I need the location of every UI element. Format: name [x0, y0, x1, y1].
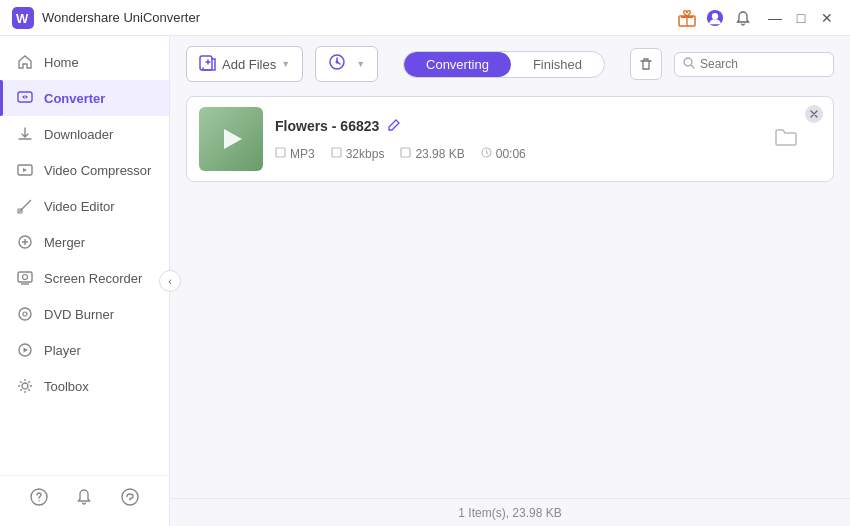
- toolbox-icon: [16, 377, 34, 395]
- sidebar-label-home: Home: [44, 55, 79, 70]
- svg-point-6: [712, 13, 718, 19]
- sidebar-label-screen-recorder: Screen Recorder: [44, 271, 142, 286]
- main-layout: Home Converter Downloader: [0, 36, 850, 526]
- format-icon: [275, 147, 286, 160]
- svg-rect-20: [200, 56, 212, 70]
- tab-finished[interactable]: Finished: [511, 52, 604, 77]
- app-title: Wondershare UniConverter: [42, 10, 678, 25]
- svg-point-12: [23, 275, 28, 280]
- video-compressor-icon: [16, 161, 34, 179]
- svg-point-18: [38, 500, 39, 501]
- downloader-icon: [16, 125, 34, 143]
- sidebar-item-video-compressor[interactable]: Video Compressor: [0, 152, 169, 188]
- file-format-item: MP3: [275, 147, 315, 161]
- search-bar: [674, 52, 834, 77]
- window-controls: — □ ✕: [764, 7, 838, 29]
- file-bitrate: 32kbps: [346, 147, 385, 161]
- file-duration: 00:06: [496, 147, 526, 161]
- file-meta: MP3 32kbps: [275, 147, 763, 161]
- add-files-button[interactable]: Add Files ▼: [186, 46, 303, 82]
- home-icon: [16, 53, 34, 71]
- sidebar-item-player[interactable]: Player: [0, 332, 169, 368]
- screen-recorder-icon: [16, 269, 34, 287]
- sidebar: Home Converter Downloader: [0, 36, 170, 526]
- convert-settings-dropdown-icon: ▼: [356, 59, 365, 69]
- file-folder-button[interactable]: [775, 127, 821, 152]
- size-icon: [400, 147, 411, 160]
- svg-point-16: [22, 383, 28, 389]
- sidebar-item-toolbox[interactable]: Toolbox: [0, 368, 169, 404]
- content-area: Add Files ▼ ▼ Converting Finished: [170, 36, 850, 526]
- svg-point-22: [336, 61, 339, 64]
- convert-settings-button[interactable]: ▼: [315, 46, 378, 82]
- feedback-icon[interactable]: [119, 486, 141, 508]
- file-list: Flowers - 66823: [170, 92, 850, 498]
- svg-rect-25: [332, 148, 341, 157]
- svg-rect-11: [18, 272, 32, 282]
- app-logo: W: [12, 7, 34, 29]
- file-size-item: 23.98 KB: [400, 147, 464, 161]
- file-name: Flowers - 66823: [275, 118, 379, 134]
- file-duration-item: 00:06: [481, 147, 526, 161]
- sidebar-label-dvd-burner: DVD Burner: [44, 307, 114, 322]
- file-edit-icon[interactable]: [387, 118, 401, 135]
- add-files-icon: [199, 53, 217, 75]
- file-info: Flowers - 66823: [275, 118, 763, 161]
- sidebar-item-merger[interactable]: Merger: [0, 224, 169, 260]
- video-editor-icon: [16, 197, 34, 215]
- tab-converting[interactable]: Converting: [404, 52, 511, 77]
- statusbar: 1 Item(s), 23.98 KB: [170, 498, 850, 526]
- statusbar-text: 1 Item(s), 23.98 KB: [458, 506, 561, 520]
- sidebar-footer: [0, 475, 169, 518]
- play-icon: [224, 129, 242, 149]
- help-icon[interactable]: [28, 486, 50, 508]
- notification-bell-icon[interactable]: [73, 486, 95, 508]
- sidebar-label-player: Player: [44, 343, 81, 358]
- dvd-burner-icon: [16, 305, 34, 323]
- svg-rect-7: [18, 92, 32, 102]
- merger-icon: [16, 233, 34, 251]
- user-icon[interactable]: [706, 9, 724, 27]
- player-icon: [16, 341, 34, 359]
- bitrate-icon: [331, 147, 342, 160]
- svg-point-19: [122, 489, 138, 505]
- svg-point-13: [19, 308, 31, 320]
- minimize-button[interactable]: —: [764, 7, 786, 29]
- sidebar-item-downloader[interactable]: Downloader: [0, 116, 169, 152]
- sidebar-label-downloader: Downloader: [44, 127, 113, 142]
- file-name-row: Flowers - 66823: [275, 118, 763, 135]
- sidebar-item-converter[interactable]: Converter: [0, 80, 169, 116]
- file-size: 23.98 KB: [415, 147, 464, 161]
- bell-icon[interactable]: [734, 9, 752, 27]
- sidebar-item-dvd-burner[interactable]: DVD Burner: [0, 296, 169, 332]
- maximize-button[interactable]: □: [790, 7, 812, 29]
- sidebar-label-video-compressor: Video Compressor: [44, 163, 151, 178]
- search-input[interactable]: [700, 57, 825, 71]
- file-card: Flowers - 66823: [186, 96, 834, 182]
- gift-icon[interactable]: [678, 9, 696, 27]
- delete-button[interactable]: [630, 48, 662, 80]
- duration-icon: [481, 147, 492, 160]
- tab-switcher: Converting Finished: [403, 51, 605, 78]
- sidebar-item-screen-recorder[interactable]: Screen Recorder: [0, 260, 169, 296]
- titlebar: W Wondershare UniConverter: [0, 0, 850, 36]
- sidebar-collapse-button[interactable]: ‹: [159, 270, 181, 292]
- file-bitrate-item: 32kbps: [331, 147, 385, 161]
- file-thumbnail[interactable]: [199, 107, 263, 171]
- search-icon: [683, 57, 695, 72]
- convert-settings-icon: [328, 53, 346, 75]
- sidebar-item-home[interactable]: Home: [0, 44, 169, 80]
- sidebar-label-merger: Merger: [44, 235, 85, 250]
- svg-text:W: W: [16, 11, 29, 26]
- converter-icon: [16, 89, 34, 107]
- sidebar-label-converter: Converter: [44, 91, 105, 106]
- close-button[interactable]: ✕: [816, 7, 838, 29]
- file-close-button[interactable]: [805, 105, 823, 123]
- sidebar-label-video-editor: Video Editor: [44, 199, 115, 214]
- add-files-dropdown-icon: ▼: [281, 59, 290, 69]
- sidebar-item-video-editor[interactable]: Video Editor: [0, 188, 169, 224]
- sidebar-label-toolbox: Toolbox: [44, 379, 89, 394]
- titlebar-actions: [678, 9, 752, 27]
- toolbar: Add Files ▼ ▼ Converting Finished: [170, 36, 850, 92]
- file-format: MP3: [290, 147, 315, 161]
